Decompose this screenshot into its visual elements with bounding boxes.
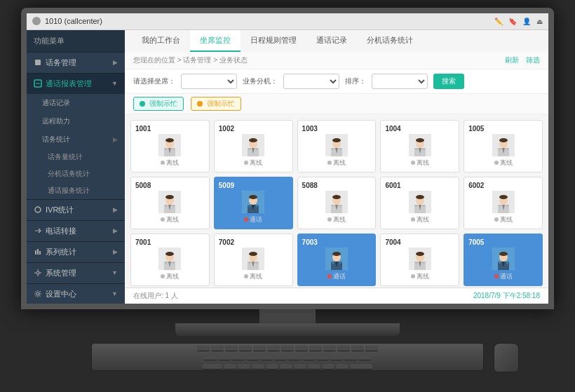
sidebar-item-system[interactable]: 系统管理 ▼: [27, 263, 125, 283]
tab-call-records[interactable]: 通话记录: [306, 30, 357, 52]
nav-tabs: 我的工作台 坐席监控 日程规则管理 通话记录 分机话务统计: [125, 30, 548, 52]
agent-number: 6002: [468, 182, 484, 189]
agent-number: 5009: [219, 182, 234, 189]
agent-card[interactable]: 5009: [214, 177, 293, 229]
status-label: 通话: [333, 272, 346, 281]
breadcrumb-bar: 您现在的位置 > 话务管理 > 业务状态 刷新 筛选: [125, 52, 548, 69]
sidebar-sub-ext-stats[interactable]: 分机话务统计: [27, 165, 125, 182]
sidebar-group-calls: 话务管理 ▶: [27, 53, 125, 74]
online-status-badge[interactable]: 强制示忙: [133, 97, 184, 111]
agent-card[interactable]: 1005: [464, 120, 543, 173]
dept-select[interactable]: [283, 74, 339, 89]
agent-card[interactable]: 5008: [130, 177, 210, 229]
sidebar-item-transfer[interactable]: 电话转接 ▶: [27, 221, 125, 241]
remote-help-label: 远程助力: [42, 116, 70, 126]
bookmark-icon[interactable]: 🔖: [508, 18, 517, 25]
status-dot: [411, 217, 415, 222]
busy-status-badge[interactable]: 强制示忙: [191, 97, 241, 111]
chevron-ivr-icon: ▶: [113, 206, 118, 213]
person-icon: [158, 248, 181, 270]
sidebar-sub-traffic-volume[interactable]: 话务量统计: [27, 149, 125, 165]
app-layout: 功能菜单 话务管理 ▶ 通话报表管理: [27, 30, 548, 304]
status-label: 离线: [500, 215, 513, 224]
status-dot: [161, 274, 165, 278]
agent-card[interactable]: 7002: [214, 234, 293, 286]
tab-workbench[interactable]: 我的工作台: [132, 30, 190, 52]
status-label: 离线: [417, 215, 429, 224]
tab-monitor[interactable]: 坐席监控: [190, 30, 241, 52]
agent-select[interactable]: [181, 74, 237, 89]
agent-avatar: [492, 191, 515, 213]
svg-point-97: [332, 252, 341, 256]
sidebar-item-settings[interactable]: 设置中心 ▼: [27, 284, 125, 304]
agent-card[interactable]: 7005: [464, 234, 543, 286]
agent-card[interactable]: 1002: [214, 120, 293, 173]
key: [232, 355, 245, 360]
sidebar-item-ivr[interactable]: IVR统计 ▶: [27, 200, 125, 220]
phone-icon: [34, 58, 42, 67]
series-label: 系列统计: [46, 247, 76, 257]
agent-number: 1004: [385, 125, 400, 133]
agent-card[interactable]: 6001: [380, 177, 459, 229]
sidebar-item-reports[interactable]: 通话报表管理 ▼: [27, 74, 125, 94]
sidebar-group-system: 系统管理 ▼: [27, 263, 125, 284]
agent-avatar: [325, 191, 348, 213]
svg-point-55: [249, 195, 257, 199]
agent-grid-container: 1001: [125, 114, 548, 288]
key: [260, 355, 273, 360]
tab-schedule[interactable]: 日程规则管理: [241, 30, 306, 52]
agent-card[interactable]: 1004: [380, 120, 459, 173]
agent-card[interactable]: 7003: [297, 234, 377, 286]
status-label: 离线: [250, 158, 262, 168]
agent-avatar: [242, 191, 264, 213]
chevron-system-icon: ▼: [111, 269, 118, 276]
svg-point-34: [416, 138, 424, 142]
monitor-wrapper: 1010 (callcenter) ✏️ 🔖 👤 ⏏ 功能菜单: [0, 8, 575, 385]
logout-icon[interactable]: ⏏: [536, 18, 543, 25]
refresh-button[interactable]: 刷新: [505, 55, 519, 65]
agent-number: 5088: [302, 182, 318, 189]
sidebar-item-series[interactable]: 系列统计 ▶: [27, 242, 125, 262]
svg-point-62: [332, 195, 341, 199]
svg-rect-5: [37, 249, 39, 255]
svg-point-3: [35, 207, 41, 212]
key: [211, 346, 224, 351]
status-label: 离线: [417, 158, 429, 168]
edit-icon[interactable]: ✏️: [494, 18, 503, 25]
sidebar-item-calls[interactable]: 话务管理 ▶: [27, 53, 125, 73]
search-button[interactable]: 搜索: [433, 74, 464, 89]
agent-card[interactable]: 1001: [130, 120, 210, 173]
svg-point-104: [416, 252, 424, 256]
svg-point-20: [249, 138, 257, 142]
agent-card[interactable]: 5088: [297, 177, 377, 229]
key: [294, 364, 306, 370]
agent-status: 离线: [411, 272, 429, 281]
agent-avatar: [492, 248, 515, 270]
system-icon: [34, 269, 42, 277]
person-icon: [325, 248, 348, 270]
key: [336, 364, 349, 370]
sidebar-group-series: 系列统计 ▶: [27, 242, 125, 263]
svg-rect-0: [35, 60, 41, 65]
agent-card[interactable]: 1003: [297, 120, 377, 173]
sidebar-item-call-records[interactable]: 通话记录: [27, 94, 125, 112]
agent-status: 离线: [244, 272, 262, 281]
agent-card[interactable]: 7001: [130, 234, 210, 286]
sidebar-item-remote-help[interactable]: 远程助力: [27, 112, 125, 130]
status-label: 离线: [333, 215, 346, 224]
key: [266, 364, 278, 370]
user-icon[interactable]: 👤: [522, 18, 531, 25]
ivr-icon: [34, 205, 42, 214]
tab-ext-stats[interactable]: 分机话务统计: [357, 30, 423, 52]
agent-number: 1005: [468, 125, 484, 133]
window-title: 1010 (callcenter): [45, 17, 102, 25]
sidebar-item-traffic-stats[interactable]: 话务统计 ▶: [27, 130, 125, 149]
person-icon: [325, 134, 348, 156]
sidebar-sub-call-service[interactable]: 通话服务统计: [27, 182, 125, 199]
status-label: 通话: [250, 215, 262, 224]
filter-button[interactable]: 筛选: [526, 55, 540, 65]
status-dot: [494, 274, 499, 278]
agent-card[interactable]: 7004: [380, 234, 459, 286]
order-select[interactable]: [372, 74, 428, 89]
agent-card[interactable]: 6002: [464, 177, 543, 229]
